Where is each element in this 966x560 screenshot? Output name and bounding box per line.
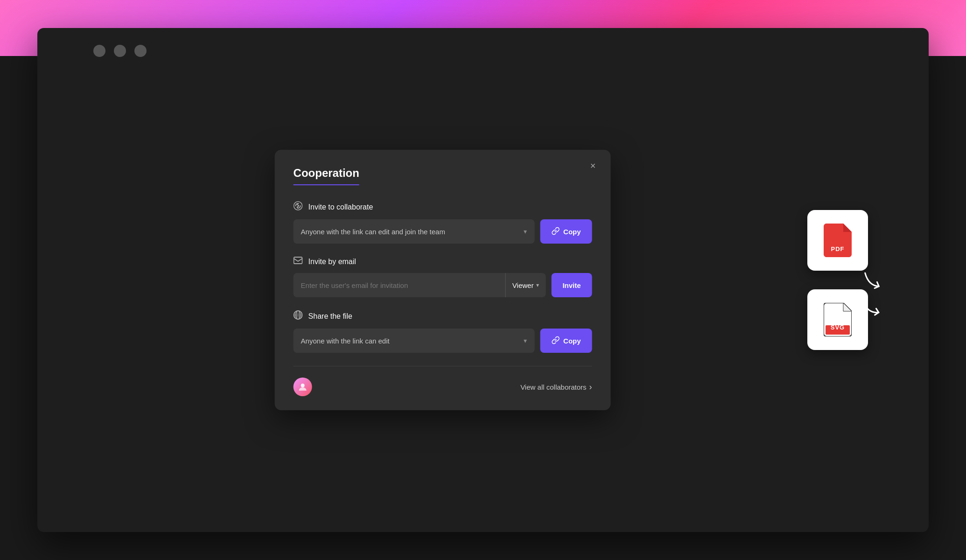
cooperation-dialog: Cooperation × Invite to collaborate Anyo…: [275, 150, 611, 410]
share-file-label: Share the file: [308, 312, 352, 321]
share-copy-icon: [551, 336, 560, 346]
view-all-chevron: ›: [589, 382, 592, 392]
traffic-light-maximize[interactable]: [134, 45, 147, 57]
close-button[interactable]: ×: [587, 159, 600, 172]
invite-email-header: Invite by email: [294, 257, 592, 266]
copy-link-icon: [551, 227, 560, 237]
dialog-title: Cooperation: [294, 167, 359, 185]
share-link-chevron: ▾: [524, 337, 527, 344]
pdf-icon-card: PDF: [807, 210, 868, 271]
view-all-collaborators-link[interactable]: View all collaborators ›: [520, 382, 592, 392]
invite-copy-button[interactable]: Copy: [540, 219, 592, 244]
invite-label: Invite: [562, 281, 581, 289]
invite-collaborate-header: Invite to collaborate: [294, 201, 592, 213]
invite-email-label: Invite by email: [308, 258, 356, 266]
invite-collaborate-row: Anyone with the link can edit and join t…: [294, 219, 592, 244]
viewer-role-label: Viewer: [512, 281, 534, 289]
dialog-footer: View all collaborators ›: [294, 378, 592, 396]
user-avatar: [294, 378, 312, 396]
traffic-light-close[interactable]: [93, 45, 105, 57]
viewer-role-dropdown[interactable]: Viewer ▾: [505, 273, 546, 297]
file-icons-container: PDF SVG: [807, 210, 868, 350]
invite-link-dropdown[interactable]: Anyone with the link can edit and join t…: [294, 219, 535, 244]
svg-point-0: [294, 202, 302, 210]
share-link-value: Anyone with the link can edit: [301, 337, 390, 345]
viewer-chevron: ▾: [536, 282, 539, 288]
share-file-header: Share the file: [294, 310, 592, 322]
email-input[interactable]: [294, 273, 505, 297]
email-input-container: Viewer ▾: [294, 273, 546, 297]
invite-link-value: Anyone with the link can edit and join t…: [301, 228, 445, 236]
share-copy-label: Copy: [563, 337, 581, 345]
share-copy-button[interactable]: Copy: [540, 329, 592, 353]
share-file-row: Anyone with the link can edit ▾ Copy: [294, 329, 592, 353]
main-window: Cooperation × Invite to collaborate Anyo…: [37, 28, 929, 532]
invite-copy-label: Copy: [563, 228, 581, 236]
traffic-light-minimize[interactable]: [114, 45, 126, 57]
svg-rect-1: [294, 257, 302, 264]
invite-collaborate-label: Invite to collaborate: [308, 203, 373, 211]
invite-button[interactable]: Invite: [551, 273, 592, 297]
svg-point-7: [301, 384, 305, 387]
view-all-label: View all collaborators: [520, 383, 586, 391]
share-link-dropdown[interactable]: Anyone with the link can edit ▾: [294, 329, 535, 353]
mail-section-icon: [294, 257, 303, 266]
footer-divider: [294, 366, 592, 366]
invite-link-chevron: ▾: [524, 228, 527, 235]
traffic-lights: [93, 45, 147, 57]
invite-email-row: Viewer ▾ Invite: [294, 273, 592, 297]
link-section-icon: [294, 201, 303, 213]
globe-section-icon: [294, 310, 303, 322]
